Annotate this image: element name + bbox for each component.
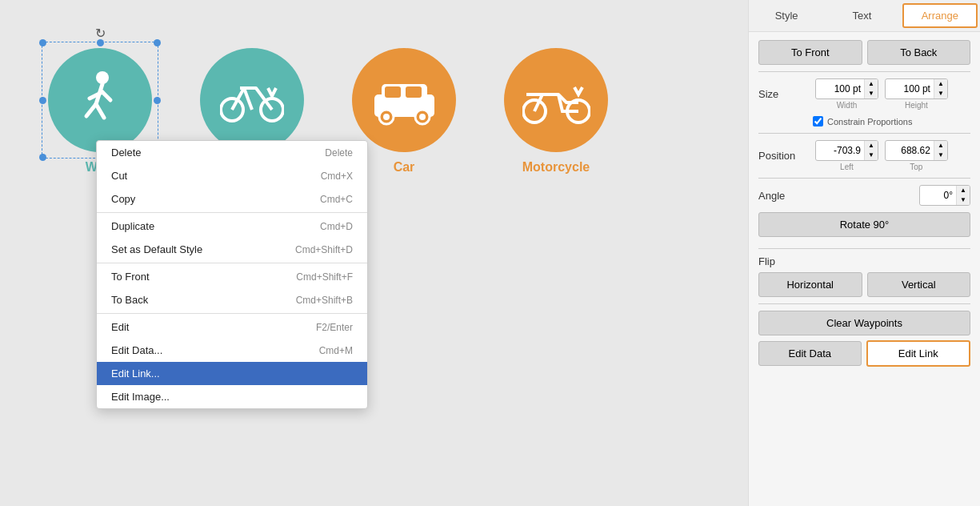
handle-tm[interactable] [97,39,104,46]
ctx-delete[interactable]: Delete Delete [97,141,367,164]
tab-arrange[interactable]: Arrange [902,3,978,28]
selected-wrapper: ↻ [48,48,152,152]
ctx-duplicate[interactable]: Duplicate Cmd+D [97,215,367,238]
panel-content: To Front To Back Size ▲ ▼ Width [749,32,980,506]
width-group: ▲ ▼ Width [815,78,878,110]
height-input[interactable] [886,80,934,98]
width-up[interactable]: ▲ [865,79,878,89]
ctx-to-back[interactable]: To Back Cmd+Shift+B [97,288,367,311]
edit-buttons-row: Edit Data Edit Link [758,340,970,367]
top-up[interactable]: ▲ [934,141,947,151]
ctx-to-front[interactable]: To Front Cmd+Shift+F [97,265,367,288]
rotate-90-button[interactable]: Rotate 90° [758,212,970,237]
angle-label: Angle [758,190,810,202]
car-label: Car [394,160,415,175]
flip-label: Flip [758,255,970,267]
svg-line-5 [102,92,110,100]
width-down[interactable]: ▼ [865,89,878,98]
height-up[interactable]: ▲ [934,79,947,89]
height-down[interactable]: ▼ [934,89,947,98]
motorcycle-icon-item[interactable]: Motorcycle [504,48,608,175]
width-arrows: ▲ ▼ [864,79,878,98]
left-input[interactable] [816,142,864,159]
context-menu: Delete Delete Cut Cmd+X Copy Cmd+C Dupli… [96,140,368,409]
ctx-edit-link[interactable]: Edit Link... [97,362,367,385]
angle-arrows: ▲ ▼ [956,186,970,205]
handle-tl[interactable] [39,39,46,46]
bike-circle [200,48,304,152]
height-label: Height [905,101,928,110]
angle-input[interactable] [920,187,956,204]
top-arrows: ▲ ▼ [934,141,947,160]
to-back-button[interactable]: To Back [867,40,971,65]
top-down[interactable]: ▼ [934,151,947,160]
left-label: Left [840,163,854,171]
position-row: Position ▲ ▼ Left [758,140,970,171]
svg-point-14 [383,114,390,120]
flip-vertical-button[interactable]: Vertical [867,272,971,297]
size-label: Size [758,88,810,100]
ctx-edit[interactable]: Edit F2/Enter [97,315,367,339]
ctx-edit-image[interactable]: Edit Image... [97,385,367,408]
handle-ml[interactable] [39,97,46,104]
ctx-cut[interactable]: Cut Cmd+X [97,164,367,187]
canvas: ↻ [0,0,748,506]
handle-mr[interactable] [154,97,161,104]
top-group: ▲ ▼ Top [885,140,948,171]
svg-line-3 [96,104,104,118]
left-down[interactable]: ▼ [865,151,878,160]
ctx-set-default[interactable]: Set as Default Style Cmd+Shift+D [97,238,367,261]
position-inputs: ▲ ▼ Left ▲ ▼ Top [815,140,948,171]
svg-line-2 [86,104,96,116]
car-circle [352,48,456,152]
height-input-wrap[interactable]: ▲ ▼ [885,78,948,99]
handle-tr[interactable] [154,39,161,46]
clear-waypoints-button[interactable]: Clear Waypoints [758,311,970,335]
width-input-wrap[interactable]: ▲ ▼ [815,78,878,99]
top-label: Top [910,163,922,171]
angle-row: Angle ▲ ▼ [758,185,970,206]
motorcycle-label: Motorcycle [522,160,590,175]
angle-up[interactable]: ▲ [957,186,970,195]
left-up[interactable]: ▲ [865,141,878,151]
width-input[interactable] [816,80,864,98]
panel-tabs: Style Text Arrange [749,0,980,32]
motorcycle-circle [504,48,608,152]
flip-row: Horizontal Vertical [758,272,970,297]
size-inputs: ▲ ▼ Width ▲ ▼ Height [815,78,948,110]
width-label: Width [837,101,858,110]
edit-link-button[interactable]: Edit Link [866,340,971,367]
top-input-wrap[interactable]: ▲ ▼ [885,140,948,161]
edit-data-button[interactable]: Edit Data [758,341,862,366]
right-panel: Style Text Arrange To Front To Back Size… [748,0,980,506]
walk-circle [48,48,152,152]
flip-horizontal-button[interactable]: Horizontal [758,272,862,297]
front-back-row: To Front To Back [758,40,970,65]
handle-bl[interactable] [39,154,46,161]
ctx-copy[interactable]: Copy Cmd+C [97,187,367,211]
angle-down[interactable]: ▼ [957,195,970,205]
position-label: Position [758,150,810,162]
tab-text[interactable]: Text [824,0,899,31]
top-input[interactable] [886,142,934,159]
ctx-edit-data[interactable]: Edit Data... Cmd+M [97,339,367,362]
svg-rect-12 [406,86,422,98]
left-input-wrap[interactable]: ▲ ▼ [815,140,878,161]
rotate-handle[interactable]: ↻ [94,26,106,38]
constrain-checkbox[interactable] [813,116,823,127]
svg-rect-11 [385,86,401,98]
left-arrows: ▲ ▼ [864,141,878,160]
height-group: ▲ ▼ Height [885,78,948,110]
constrain-row: Constrain Proportions [813,116,970,127]
angle-input-wrap[interactable]: ▲ ▼ [919,185,970,206]
tab-style[interactable]: Style [749,0,824,31]
to-front-button[interactable]: To Front [758,40,862,65]
height-arrows: ▲ ▼ [934,79,947,98]
size-row: Size ▲ ▼ Width ▲ [758,78,970,110]
constrain-label: Constrain Proportions [827,117,912,127]
svg-point-16 [419,114,426,120]
left-group: ▲ ▼ Left [815,140,878,171]
